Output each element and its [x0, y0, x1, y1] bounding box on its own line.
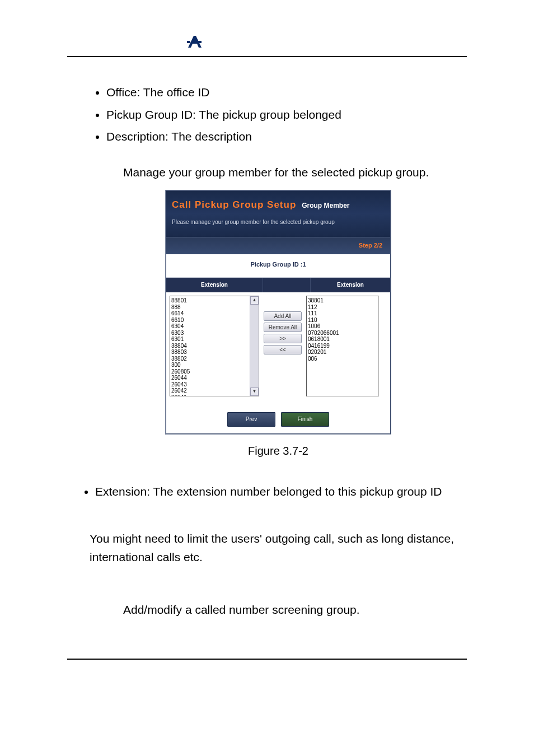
scrollbar[interactable]: ▲▼: [250, 296, 259, 396]
bullet-description: Description: The description: [106, 127, 467, 146]
prev-button[interactable]: Prev: [227, 412, 275, 427]
col-header-spacer: [263, 278, 311, 292]
assigned-extensions-text: 38801 112 111 110 1006 0702066001 061800…: [308, 297, 339, 362]
svg-rect-2: [198, 41, 202, 43]
limit-paragraph: You might need to limit the users' outgo…: [90, 529, 467, 567]
col-header-right: Extension: [311, 278, 390, 292]
col-header-left: Extension: [166, 278, 263, 292]
brand-logo-icon: [185, 34, 206, 49]
step-indicator: Step 2/2: [166, 237, 390, 254]
add-modify-instruction: Add/modify a called number screening gro…: [123, 600, 467, 619]
panel-title-white: Group Member: [302, 202, 349, 209]
field-bullet-list: Office: The office ID Pickup Group ID: T…: [90, 83, 467, 146]
finish-button[interactable]: Finish: [281, 412, 329, 427]
pickup-group-setup-panel: Call Pickup Group Setup Group Member Ple…: [166, 190, 391, 434]
available-extensions-text: 88801 888 6614 6610 6304 6303 6301 38804…: [171, 297, 190, 396]
bullet-extension: Extension: The extension number belonged…: [95, 482, 467, 501]
remove-all-button[interactable]: Remove All: [264, 323, 302, 332]
bullet-office: Office: The office ID: [106, 83, 467, 102]
assigned-extensions-listbox[interactable]: 38801 112 111 110 1006 0702066001 061800…: [306, 296, 379, 396]
add-all-button[interactable]: Add All: [264, 311, 302, 321]
move-right-button[interactable]: >>: [264, 334, 302, 343]
svg-rect-1: [193, 41, 196, 43]
panel-subtitle: Please manage your group member for the …: [172, 218, 385, 227]
figure-caption: Figure 3.7-2: [90, 442, 467, 460]
extension-bullet-list: Extension: The extension number belonged…: [90, 482, 467, 501]
available-extensions-listbox[interactable]: 88801 888 6614 6610 6304 6303 6301 38804…: [170, 296, 259, 396]
svg-rect-0: [187, 41, 190, 43]
pickup-group-id-label: Pickup Group ID :1: [166, 254, 390, 278]
header-rule: [67, 56, 467, 57]
bullet-pickup-group-id: Pickup Group ID: The pickup group belong…: [106, 105, 467, 124]
move-left-button[interactable]: <<: [264, 345, 302, 354]
scroll-up-icon[interactable]: ▲: [250, 296, 259, 305]
scroll-down-icon[interactable]: ▼: [250, 388, 259, 396]
manage-instruction: Manage your group member for the selecte…: [123, 163, 467, 182]
panel-title-orange: Call Pickup Group Setup: [172, 199, 296, 210]
columns-header: Extension Extension: [166, 278, 390, 292]
footer-rule: [67, 659, 467, 660]
panel-header: Call Pickup Group Setup Group Member Ple…: [166, 191, 390, 237]
